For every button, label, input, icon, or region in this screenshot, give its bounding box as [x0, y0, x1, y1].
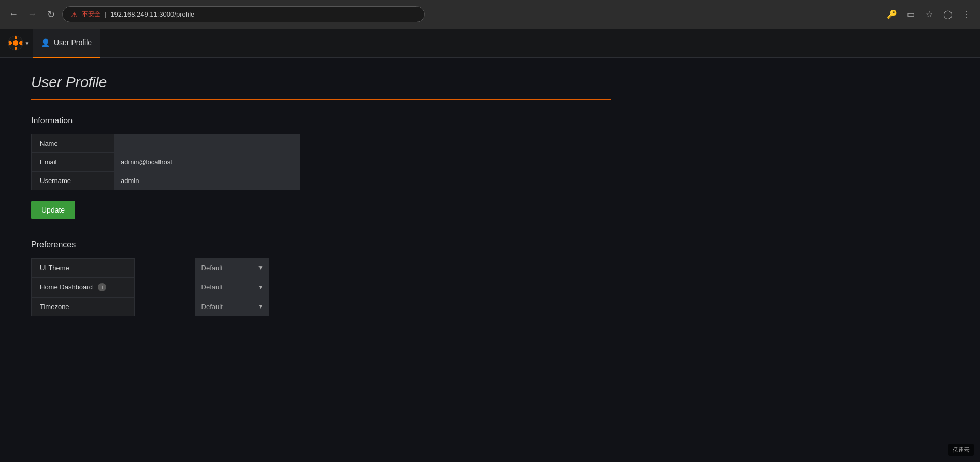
page-title: User Profile [31, 74, 642, 91]
insecure-label: 不安全 [82, 10, 100, 19]
logo-dropdown-arrow: ▼ [25, 40, 30, 46]
username-value: admin [114, 172, 300, 190]
reload-button[interactable]: ↻ [44, 7, 58, 22]
main-content: User Profile Information Name Email admi… [0, 58, 673, 333]
browser-chrome: ← → ↻ ⚠ 不安全 | 192.168.249.11:3000/profil… [0, 0, 980, 29]
translate-button[interactable]: ▭ [903, 7, 918, 22]
home-dashboard-select[interactable]: Default [195, 278, 269, 296]
watermark: 亿速云 [948, 444, 974, 456]
information-section: Information Name Email admin@localhost U… [31, 116, 642, 240]
name-input[interactable] [114, 134, 300, 152]
email-label: Email [32, 153, 114, 172]
browser-actions: 🔑 ▭ ☆ ◯ ⋮ [885, 7, 974, 22]
menu-button[interactable]: ⋮ [959, 7, 974, 22]
address-bar[interactable]: ⚠ 不安全 | 192.168.249.11:3000/profile [62, 6, 425, 22]
bookmark-button[interactable]: ☆ [922, 7, 936, 22]
ui-theme-label: UI Theme [31, 258, 135, 277]
account-button[interactable]: ◯ [941, 7, 955, 22]
home-dashboard-info-icon[interactable]: i [98, 283, 106, 291]
ui-theme-row: UI Theme Default Dark Light ▼ [31, 258, 269, 277]
timezone-row: Timezone Default ▼ [31, 297, 269, 316]
nav-breadcrumb: 👤 User Profile [33, 29, 100, 58]
name-label: Name [32, 134, 114, 153]
svg-point-1 [13, 40, 18, 46]
title-divider [31, 99, 611, 100]
ui-theme-select-wrapper: Default Dark Light ▼ [195, 259, 269, 277]
app-navbar: ▼ 👤 User Profile [0, 29, 980, 58]
timezone-label: Timezone [31, 297, 135, 316]
preferences-section: Preferences UI Theme Default Dark Light … [31, 240, 642, 316]
address-separator: | [105, 10, 106, 18]
username-input-cell: admin [114, 172, 300, 190]
email-value: admin@localhost [114, 153, 300, 171]
home-dashboard-select-wrapper: Default ▼ [195, 278, 269, 296]
name-row: Name [32, 134, 300, 153]
svg-rect-2 [15, 36, 17, 39]
watermark-text: 亿速云 [953, 446, 970, 453]
ui-theme-select-cell[interactable]: Default Dark Light ▼ [195, 258, 269, 277]
information-section-title: Information [31, 116, 642, 125]
email-input-cell: admin@localhost [114, 153, 300, 172]
preferences-form-table: UI Theme Default Dark Light ▼ [31, 258, 269, 316]
name-input-cell[interactable] [114, 134, 300, 153]
forward-button[interactable]: → [25, 7, 39, 22]
preferences-section-title: Preferences [31, 240, 642, 249]
home-dashboard-row: Home Dashboard i Default ▼ [31, 277, 269, 297]
username-row: Username admin [32, 172, 300, 190]
home-dashboard-select-cell[interactable]: Default ▼ [195, 277, 269, 297]
breadcrumb-user-profile[interactable]: 👤 User Profile [33, 29, 100, 58]
update-button[interactable]: Update [31, 201, 75, 219]
user-profile-nav-icon: 👤 [41, 38, 50, 47]
grafana-logo-icon [7, 35, 24, 51]
home-dashboard-label-cell: Home Dashboard i [31, 277, 135, 297]
email-row: Email admin@localhost [32, 153, 300, 172]
back-button[interactable]: ← [6, 7, 21, 22]
home-dashboard-label-text: Home Dashboard [40, 283, 93, 291]
timezone-select-wrapper: Default ▼ [195, 298, 269, 316]
ui-theme-select[interactable]: Default Dark Light [195, 259, 269, 277]
timezone-select[interactable]: Default [195, 298, 269, 316]
app-logo[interactable]: ▼ [4, 29, 33, 58]
timezone-select-cell[interactable]: Default ▼ [195, 297, 269, 316]
svg-rect-3 [15, 47, 17, 50]
password-manager-button[interactable]: 🔑 [885, 7, 899, 22]
information-form-table: Name Email admin@localhost Username admi… [31, 134, 300, 190]
breadcrumb-label: User Profile [54, 38, 92, 47]
username-label: Username [32, 172, 114, 190]
security-warning-icon: ⚠ [71, 10, 78, 19]
address-text: 192.168.249.11:3000/profile [110, 10, 194, 18]
